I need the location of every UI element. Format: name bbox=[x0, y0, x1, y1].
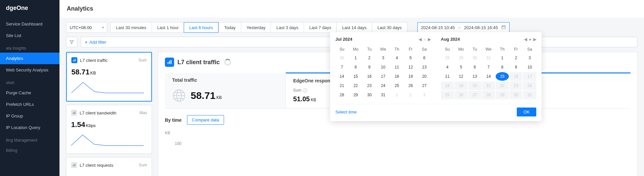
svg-rect-2 bbox=[74, 60, 75, 62]
prev-month-icon[interactable]: ◀ bbox=[524, 37, 527, 42]
calendar-day[interactable]: 13 bbox=[418, 63, 431, 71]
calendar-day[interactable]: 17 bbox=[377, 72, 390, 81]
range-button[interactable]: Last 30 minutes bbox=[110, 22, 152, 33]
sidebar-item-billing[interactable]: Billing bbox=[0, 145, 59, 156]
aggregation-select[interactable]: Max bbox=[139, 110, 147, 115]
calendar-day[interactable]: 10 bbox=[377, 63, 390, 71]
calendar-day[interactable]: 11 bbox=[390, 63, 403, 71]
calendar-day[interactable]: 20 bbox=[418, 72, 431, 81]
calendar-day[interactable]: 2 bbox=[510, 54, 523, 62]
calendar-day[interactable]: 4 bbox=[441, 63, 454, 71]
calendar-day[interactable]: 9 bbox=[363, 63, 376, 71]
tab-total-traffic[interactable]: Total traffic 58.71KB bbox=[165, 73, 286, 108]
range-button[interactable]: Last 14 days bbox=[336, 22, 372, 33]
sidebar-group-billing: lling Management bbox=[0, 133, 59, 145]
calendar-day[interactable]: 7 bbox=[482, 63, 495, 71]
range-button[interactable]: Last 1 hour bbox=[152, 22, 184, 33]
calendar-day[interactable]: 18 bbox=[390, 72, 403, 81]
today-icon[interactable]: ○ bbox=[424, 37, 426, 42]
tab-title: Total traffic bbox=[172, 77, 278, 83]
content-area: UTC+08:00 Last 30 minutesLast 1 hourLast… bbox=[59, 18, 644, 176]
next-month-icon[interactable]: ▶ bbox=[533, 37, 536, 42]
calendar-day[interactable]: 12 bbox=[455, 72, 468, 81]
sidebar-group-insights: ata Insights bbox=[0, 41, 59, 53]
calendar-day[interactable]: 19 bbox=[404, 72, 417, 81]
range-button[interactable]: Last 30 days bbox=[372, 22, 407, 33]
calendar-day[interactable]: 29 bbox=[349, 91, 362, 99]
sidebar-item-analytics[interactable]: Analytics bbox=[0, 53, 59, 64]
calendar-day[interactable]: 28 bbox=[335, 91, 349, 99]
calendar-day[interactable]: 5 bbox=[404, 54, 417, 62]
date-range-input[interactable]: 2024-08-15 10:45 ~ 2024-08-15 16:45 bbox=[417, 22, 510, 33]
calendar-day[interactable]: 7 bbox=[335, 63, 349, 71]
calendar-day[interactable]: 15 bbox=[349, 72, 362, 81]
calendar-day-other[interactable]: 30 bbox=[468, 54, 481, 62]
next-month-icon[interactable]: ▶ bbox=[428, 37, 431, 42]
range-button[interactable]: Last 3 days bbox=[271, 22, 304, 33]
calendar-day[interactable]: 15 bbox=[496, 72, 509, 81]
calendar-day[interactable]: 23 bbox=[363, 81, 376, 90]
calendar-day[interactable]: 14 bbox=[335, 72, 349, 81]
sidebar-item-ip-group[interactable]: IP Group bbox=[0, 110, 59, 122]
calendar-day[interactable]: 1 bbox=[496, 54, 509, 62]
calendar-day[interactable]: 8 bbox=[496, 63, 509, 71]
range-button[interactable]: Today bbox=[218, 22, 241, 33]
weekday-header: Fr bbox=[510, 46, 523, 53]
metric-card[interactable]: L7 client trafficSum58.71KB bbox=[66, 52, 152, 102]
calendar-day[interactable]: 13 bbox=[468, 72, 481, 81]
calendar-day[interactable]: 1 bbox=[349, 54, 362, 62]
metric-card[interactable]: L7 client requestsSum bbox=[66, 157, 152, 176]
calendar-day-other[interactable]: 28 bbox=[441, 54, 454, 62]
timezone-select[interactable]: UTC+08:00 bbox=[66, 22, 107, 33]
metric-card[interactable]: L7 client bandwidthMax1.54Kbps bbox=[66, 105, 152, 154]
sidebar-item-security[interactable]: Web Security Analysis bbox=[0, 64, 59, 76]
range-button[interactable]: Last 7 days bbox=[304, 22, 337, 33]
calendar-day[interactable]: 6 bbox=[468, 63, 481, 71]
calendar-day-other[interactable]: 1 bbox=[390, 91, 403, 99]
calendar-day[interactable]: 6 bbox=[418, 54, 431, 62]
filter-icon[interactable] bbox=[66, 37, 77, 47]
calendar-day[interactable]: 21 bbox=[335, 81, 349, 90]
range-button[interactable]: Yesterday bbox=[241, 22, 271, 33]
calendar-day[interactable]: 25 bbox=[390, 81, 403, 90]
calendar-day[interactable]: 30 bbox=[363, 91, 376, 99]
aggregation-select[interactable]: Sum bbox=[138, 58, 147, 63]
calendar-day-disabled: 27 bbox=[468, 91, 481, 99]
calendar-day[interactable]: 27 bbox=[418, 81, 431, 90]
compare-data-button[interactable]: Compare data bbox=[187, 115, 224, 125]
calendar-day[interactable]: 4 bbox=[390, 54, 403, 62]
calendar-day[interactable]: 2 bbox=[363, 54, 376, 62]
calendar-day-other[interactable]: 3 bbox=[418, 91, 431, 99]
prev-month-icon[interactable]: ◀ bbox=[419, 37, 422, 42]
calendar-day[interactable]: 10 bbox=[523, 63, 536, 71]
calendar-day-other[interactable]: 31 bbox=[482, 54, 495, 62]
calendar-day-other[interactable]: 29 bbox=[455, 54, 468, 62]
range-button[interactable]: Last 6 hours bbox=[184, 22, 219, 33]
calendar-day[interactable]: 26 bbox=[404, 81, 417, 90]
calendar-day[interactable]: 3 bbox=[523, 54, 536, 62]
sidebar-item-ip-location[interactable]: IP Location Query bbox=[0, 122, 59, 133]
sidebar-item-dashboard[interactable]: Service Dashboard bbox=[0, 18, 59, 30]
info-icon[interactable]: i bbox=[303, 88, 307, 93]
calendar-day[interactable]: 11 bbox=[441, 72, 454, 81]
sidebar-item-purge[interactable]: Purge Cache bbox=[0, 87, 59, 99]
calendar-day[interactable]: 5 bbox=[455, 63, 468, 71]
calendar-day-other[interactable]: 2 bbox=[404, 91, 417, 99]
calendar-day[interactable]: 31 bbox=[377, 91, 390, 99]
aggregation-select[interactable]: Sum bbox=[139, 163, 147, 167]
calendar-day[interactable]: 16 bbox=[363, 72, 376, 81]
sidebar-item-site-list[interactable]: Site List bbox=[0, 30, 59, 41]
calendar-day[interactable]: 24 bbox=[377, 81, 390, 90]
ok-button[interactable]: OK bbox=[517, 108, 536, 116]
select-time-link[interactable]: Select time bbox=[335, 110, 357, 114]
sidebar-item-prefetch[interactable]: Prefetch URLs bbox=[0, 99, 59, 110]
calendar-day[interactable]: 12 bbox=[404, 63, 417, 71]
date-to: 2024-08-15 16:45 bbox=[464, 25, 498, 30]
calendar-day[interactable]: 22 bbox=[349, 81, 362, 90]
today-icon[interactable]: ● bbox=[529, 37, 531, 42]
calendar-day[interactable]: 8 bbox=[349, 63, 362, 71]
calendar-day[interactable]: 14 bbox=[482, 72, 495, 81]
calendar-day[interactable]: 9 bbox=[510, 63, 523, 71]
calendar-day-other[interactable]: 30 bbox=[335, 54, 349, 62]
calendar-day[interactable]: 3 bbox=[377, 54, 390, 62]
